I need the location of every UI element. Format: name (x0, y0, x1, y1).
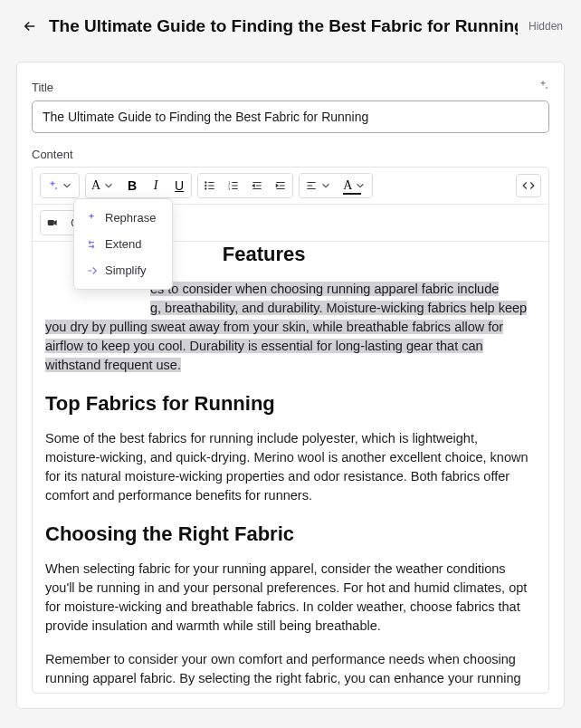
indent-button[interactable] (269, 174, 292, 197)
title-label: Title (32, 81, 53, 94)
numbered-list-button[interactable]: 123 (222, 174, 245, 197)
underline-button[interactable]: U (167, 174, 191, 197)
paragraph-3: When selecting fabric for your running a… (45, 560, 536, 636)
extend-label: Extend (105, 237, 141, 251)
svg-text:3: 3 (228, 187, 230, 191)
page-title: The Ultimate Guide to Finding the Best F… (49, 16, 518, 36)
bullet-list-button[interactable] (198, 174, 222, 197)
text-color-button[interactable]: A (338, 174, 372, 197)
svg-rect-21 (48, 220, 54, 225)
italic-button[interactable]: I (144, 174, 167, 197)
extend-option[interactable]: Extend (74, 231, 172, 257)
simplify-option[interactable]: Simplify (74, 257, 172, 283)
paragraph-1: xxxxxxxxxxxxxxxxes to consider when choo… (45, 280, 536, 375)
video-button[interactable] (41, 211, 64, 235)
ai-dropdown-menu: Rephrase Extend Simplify (73, 198, 173, 290)
bold-button[interactable]: B (120, 174, 144, 197)
align-button[interactable] (300, 174, 338, 197)
rephrase-option[interactable]: Rephrase (74, 205, 172, 231)
heading-choosing: Choosing the Right Fabric (45, 520, 536, 549)
rephrase-label: Rephrase (105, 211, 156, 225)
outdent-button[interactable] (245, 174, 269, 197)
paragraph-2: Some of the best fabrics for running inc… (45, 429, 536, 505)
paragraph-4: Remember to consider your own comfort an… (45, 650, 536, 688)
back-arrow-icon[interactable] (22, 18, 38, 34)
source-code-button[interactable] (516, 174, 541, 197)
editor-shell: A B I U 123 (32, 167, 549, 694)
toolbar-row-1: A B I U 123 (33, 168, 548, 205)
heading-top-fabrics: Top Fabrics for Running (45, 389, 536, 418)
editor-card: Title Content A B I U (16, 62, 565, 709)
svg-point-0 (205, 182, 206, 183)
svg-point-2 (205, 185, 206, 186)
simplify-label: Simplify (105, 263, 147, 277)
title-input[interactable] (32, 101, 549, 133)
visibility-status: Hidden (529, 20, 563, 33)
font-family-button[interactable]: A (86, 174, 120, 197)
editor-body[interactable]: xxxxxxxxxxxxxxxxFeatures xxxxxxxxxxxxxxx… (33, 242, 548, 693)
svg-point-4 (205, 188, 206, 189)
ai-sparkle-button[interactable] (41, 174, 79, 197)
content-label: Content (32, 148, 549, 161)
ai-sparkle-icon[interactable] (537, 79, 549, 95)
